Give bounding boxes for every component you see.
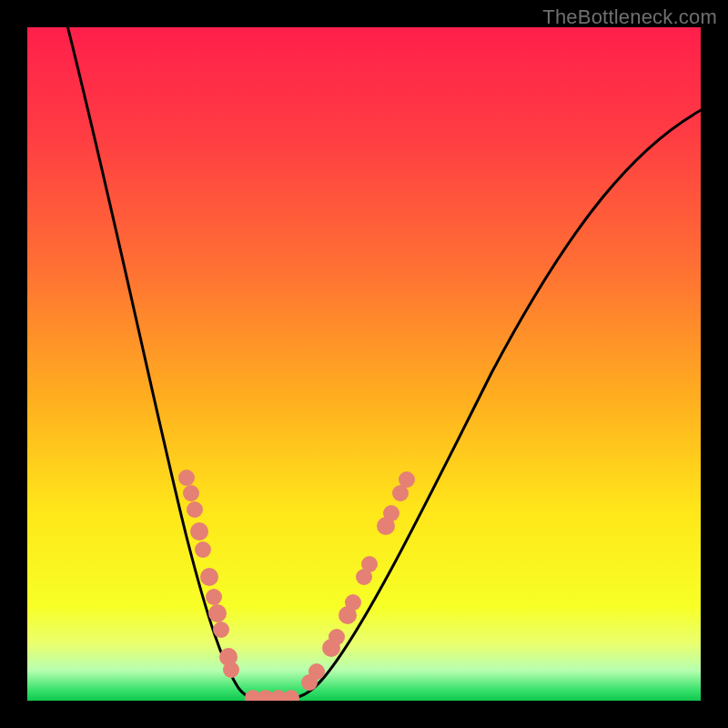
data-marker (187, 501, 203, 518)
data-marker (345, 594, 361, 611)
data-marker (208, 604, 227, 622)
data-marker (213, 622, 229, 638)
data-marker (283, 690, 299, 701)
data-marker (399, 471, 415, 488)
data-marker (206, 589, 222, 605)
data-marker (223, 662, 239, 678)
data-marker (329, 629, 345, 645)
data-marker (308, 663, 325, 680)
plot-area (27, 27, 701, 701)
chart-frame: TheBottleneck.com (0, 0, 728, 728)
data-marker (183, 485, 199, 501)
curve-left-curve (66, 27, 255, 698)
data-marker (200, 568, 218, 586)
data-marker (195, 541, 211, 558)
data-marker (178, 470, 195, 486)
watermark-text: TheBottleneck.com (542, 5, 717, 29)
data-marker (361, 556, 378, 572)
curves-layer (27, 27, 701, 701)
data-marker (383, 505, 399, 521)
data-marker (190, 522, 208, 541)
